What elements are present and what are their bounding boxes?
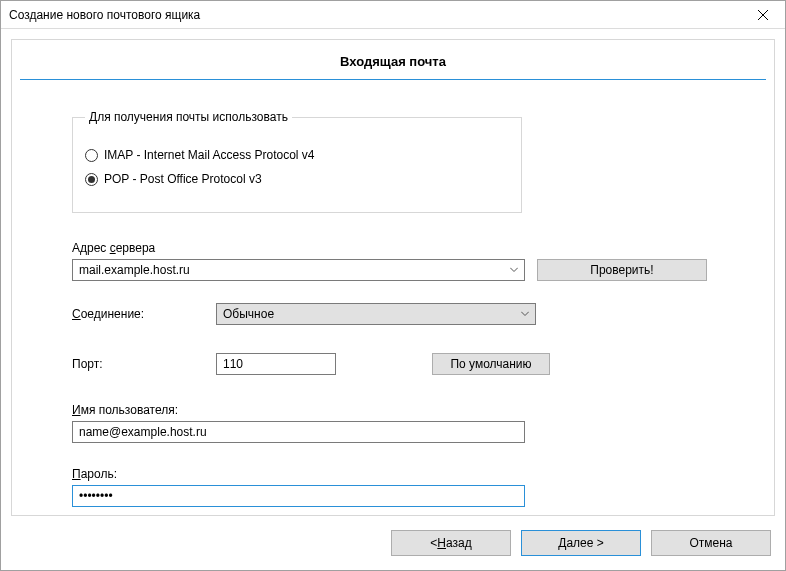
protocol-fieldset: Для получения почты использовать IMAP - … xyxy=(72,110,522,213)
form-area: Для получения почты использовать IMAP - … xyxy=(12,80,774,527)
server-address-value: mail.example.host.ru xyxy=(79,263,190,277)
cancel-button[interactable]: Отмена xyxy=(651,530,771,556)
connection-select[interactable]: Обычное xyxy=(216,303,536,325)
connection-label-suf: оединение: xyxy=(81,307,144,321)
footer-buttons: < Назад Далее > Отмена xyxy=(391,530,771,556)
back-button[interactable]: < Назад xyxy=(391,530,511,556)
radio-icon xyxy=(85,173,98,186)
close-icon xyxy=(758,10,768,20)
close-button[interactable] xyxy=(743,2,783,28)
protocol-legend: Для получения почты использовать xyxy=(85,110,292,124)
radio-pop[interactable]: POP - Post Office Protocol v3 xyxy=(85,172,509,186)
next-accel: Д xyxy=(558,536,566,550)
next-button[interactable]: Далее > xyxy=(521,530,641,556)
chevron-down-icon xyxy=(510,268,518,273)
password-label-accel: П xyxy=(72,467,81,481)
radio-pop-label: POP - Post Office Protocol v3 xyxy=(104,172,262,186)
chevron-down-icon xyxy=(521,312,529,317)
connection-value: Обычное xyxy=(223,307,274,321)
titlebar: Создание нового почтового ящика xyxy=(1,1,785,29)
radio-imap[interactable]: IMAP - Internet Mail Access Protocol v4 xyxy=(85,148,509,162)
username-label-accel: И xyxy=(72,403,81,417)
password-label-suf: ароль: xyxy=(81,467,117,481)
radio-icon xyxy=(85,149,98,162)
content-panel: Входящая почта Для получения почты испол… xyxy=(11,39,775,516)
port-label: Порт: xyxy=(72,357,204,371)
page-title: Входящая почта xyxy=(12,40,774,79)
port-input[interactable] xyxy=(216,353,336,375)
connection-label: Соединение: xyxy=(72,307,204,321)
server-label-pre: Адрес xyxy=(72,241,110,255)
username-label-suf: мя пользователя: xyxy=(81,403,178,417)
server-address-input[interactable]: mail.example.host.ru xyxy=(72,259,525,281)
radio-imap-label: IMAP - Internet Mail Access Protocol v4 xyxy=(104,148,315,162)
server-label: Адрес сервера xyxy=(72,241,714,255)
username-input[interactable] xyxy=(72,421,525,443)
window-title: Создание нового почтового ящика xyxy=(9,8,200,22)
check-server-button[interactable]: Проверить! xyxy=(537,259,707,281)
back-accel: Н xyxy=(437,536,446,550)
password-label: Пароль: xyxy=(72,467,714,481)
back-suf: азад xyxy=(446,536,472,550)
connection-label-accel: С xyxy=(72,307,81,321)
username-label: Имя пользователя: xyxy=(72,403,714,417)
next-suf: алее > xyxy=(566,536,603,550)
dialog-window: Создание нового почтового ящика Входящая… xyxy=(0,0,786,571)
server-label-suf: ервера xyxy=(116,241,156,255)
port-default-button[interactable]: По умолчанию xyxy=(432,353,550,375)
back-arrow: < xyxy=(430,536,437,550)
password-input[interactable] xyxy=(72,485,525,507)
